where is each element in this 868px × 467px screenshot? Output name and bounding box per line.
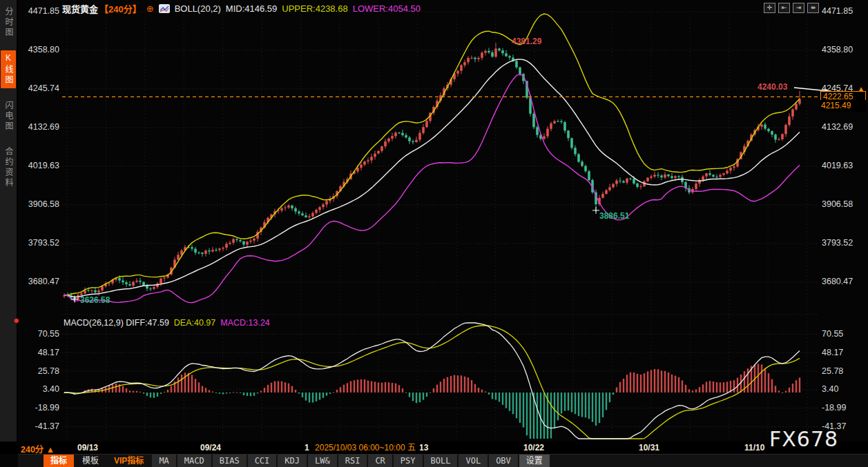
toolbar-ma[interactable]: MA [152,455,175,467]
toolbar-macd[interactable]: MACD [177,455,211,467]
macd-pane-icon[interactable]: ✹ [13,317,19,326]
price-axis-label-left: 3680.47 [19,277,59,286]
macd-axis-label-left: 48.17 [19,348,59,357]
x-axis-date-tick-clipped: 1 [305,443,309,453]
boll-indicator-label: BOLL(20,2) [175,3,221,14]
pan-right-icon[interactable]: ⇻ [807,3,819,13]
macd-axis-label-left: -41.37 [19,421,59,431]
toolbar-psy[interactable]: PSY [394,455,423,467]
macd-axis-label-left: -18.99 [19,403,59,413]
toolbar-template[interactable]: 模板 [75,455,106,467]
crosshair-move-icon[interactable]: ✛ [764,3,775,13]
x-axis-date-tick: 10/31 [639,443,659,453]
toolbar-cci[interactable]: CCI [248,455,277,467]
macd-axis-label-left: 25.78 [19,366,59,376]
price-axis-label-right: 4132.69 [822,122,862,132]
macd-axis-label-left: 70.55 [19,329,59,339]
period-label: 【240分】 [99,2,142,15]
price-up-arrow-icon: ▲ [858,85,865,92]
boll-upper-value: UPPER:4238.68 [282,3,347,14]
macd-axis-label-right: 70.55 [822,329,862,339]
price-axis-label-right: 4358.80 [822,45,862,54]
macd-macd-value: MACD:13.24 [220,318,270,328]
price-axis-label-left: 4471.85 [19,6,59,16]
peak-high-label: 4381.29 [512,37,541,46]
toolbar-obv[interactable]: OBV [489,455,518,467]
price-axis-label-left: 3793.52 [19,238,59,248]
recent-high-label: 4240.03 [758,82,787,92]
macd-axis-label-left: 3.40 [19,384,59,394]
chart-header: 现货黄金【240分】 ⊕ BOLL(20,2) MID:4146.59 UPPE… [62,2,421,15]
macd-diff-value: DIFF:47.59 [126,318,169,328]
crosshair-date-tooltip: 2025/10/03 06:00~10:00 五 [311,442,420,453]
axis-shift-left-icon[interactable]: ⇤ [778,3,790,13]
price-axis-label-left: 3906.58 [19,199,59,209]
toolbar-vol[interactable]: VOL [459,455,488,467]
macd-title: MACD(26,12,9) [64,318,124,328]
chart-tool-icons: ✛ ⇤ ⇥ ⇻ [764,3,819,13]
price-axis-label-left: 4245.74 [19,83,59,93]
x-axis-date-tick: 09/24 [200,443,221,453]
toolbar-kdj[interactable]: KDJ [278,455,307,467]
add-indicator-icon[interactable]: ⊕ [146,3,154,14]
toolbar-cr[interactable]: CR [368,455,392,467]
toolbar-vip-indicator[interactable]: VIP指标 [107,455,151,467]
price-axis-label-right: 4471.85 [822,6,862,16]
x-axis-date-tick-clipped: 13 [419,443,428,453]
start-low-label: 3626.58 [80,295,110,305]
boll-mid-value: MID:4146.59 [226,3,277,14]
toolbar-settings[interactable]: 设置 [519,455,550,467]
boll-lower-value: LOWER:4054.50 [353,3,421,14]
indicator-toolbar: 指标模板VIP指标MAMACDBIASCCIKDJLW&RSICRPSYBOLL… [18,454,868,467]
macd-axis-label-right: 25.78 [822,366,862,376]
x-axis-date-tick: 10/22 [523,443,544,453]
symbol-name: 现货黄金 [62,2,98,15]
macd-header: MACD(26,12,9) DIFF:47.59 DEA:40.97 MACD:… [64,318,270,328]
price-axis-label-left: 4019.63 [19,161,59,170]
price-axis-label-left: 4358.80 [19,45,59,54]
price-axis-label-right: 4019.63 [822,161,862,170]
macd-axis-label-right: 48.17 [822,348,862,357]
x-axis-row: 240分 ▲ 2025/10/03 06:00~10:00 五 09/1309/… [0,441,868,454]
price-axis-label-right: 3680.47 [822,277,862,286]
price-axis-label-left: 4132.69 [19,122,59,132]
chart-canvas[interactable] [0,0,868,467]
fx678-watermark: FX678 [769,427,838,451]
x-axis-date-tick: 11/10 [744,443,764,453]
chart-type-icon[interactable] [159,4,170,13]
axis-shift-right-icon[interactable]: ⇥ [793,3,804,13]
toolbar-lwr[interactable]: LW& [308,455,337,467]
toolbar-bias[interactable]: BIAS [213,455,247,467]
toolbar-indicator[interactable]: 指标 [44,455,74,467]
macd-axis-label-right: 3.40 [822,384,862,394]
price-axis-label-right: 3906.58 [822,199,862,209]
price-axis-label-right: 3793.52 [822,238,862,248]
kline-app-window: { "window": {"icons": [ {"id": "crosshai… [0,0,868,467]
swing-low-label: 3886.51 [599,211,629,221]
toolbar-boll[interactable]: BOLL [424,455,458,467]
secondary-price-box: 4215.49 [819,100,866,112]
toolbar-rsi[interactable]: RSI [338,455,367,467]
macd-axis-label-right: -18.99 [822,403,862,413]
macd-dea-value: DEA:40.97 [174,318,215,328]
period-dropdown-arrow: ▲ [46,445,55,455]
x-axis-date-tick: 09/13 [77,443,98,453]
